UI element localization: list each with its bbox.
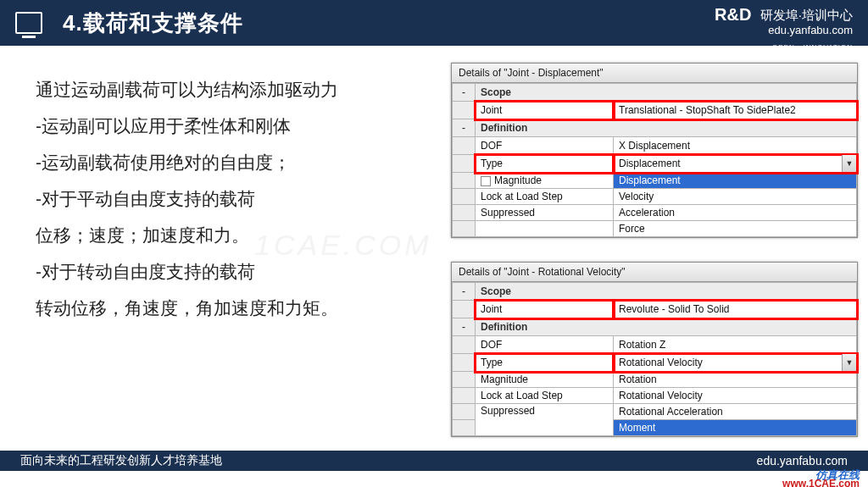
joint-label: Joint xyxy=(476,301,614,318)
footer-bar: 面向未来的工程研发创新人才培养基地 edu.yanfabu.com xyxy=(0,451,868,471)
lock-label: Lock at Load Step xyxy=(476,388,614,404)
header-bar: 4.载荷和支撑条件 R&D 研发埠·培训中心 edu.yanfabu.com O… xyxy=(0,0,868,46)
watermark-strip: 仿真在线 www.1CAE.com xyxy=(0,471,868,487)
dropdown-option[interactable]: Rotation xyxy=(614,372,857,388)
dropdown-option[interactable]: Force xyxy=(614,221,857,237)
paragraph: -对于平动自由度支持的载荷 xyxy=(36,180,434,217)
suppressed-label: Suppressed xyxy=(476,205,614,221)
magnitude-label: Magnitude xyxy=(476,173,614,189)
joint-value[interactable]: Translational - StopShaft To SidePlate2 xyxy=(614,102,857,119)
lock-label: Lock at Load Step xyxy=(476,189,614,205)
paragraph: -对于转动自由度支持的载荷 xyxy=(36,253,434,290)
slide-title: 4.载荷和支撑条件 xyxy=(63,8,243,38)
joint-label: Joint xyxy=(476,102,614,119)
details-panel-displacement: Details of "Joint - Displacement" - Scop… xyxy=(451,63,858,238)
footer-left: 面向未来的工程研发创新人才培养基地 xyxy=(20,453,222,468)
details-panel-rotational: Details of "Joint - Rotational Velocity"… xyxy=(451,262,858,437)
dropdown-option-selected[interactable]: Displacement xyxy=(614,173,857,189)
dropdown-option-selected[interactable]: Moment xyxy=(614,420,857,436)
property-table: - Scope Joint Revolute - Solid To Solid … xyxy=(452,282,857,436)
type-value: Displacement xyxy=(619,158,681,169)
tree-toggle-icon[interactable]: - xyxy=(453,318,476,336)
monitor-icon xyxy=(15,12,42,34)
dropdown-option[interactable]: Velocity xyxy=(614,189,857,205)
property-table: - Scope Joint Translational - StopShaft … xyxy=(452,83,857,237)
paragraph: -运动副可以应用于柔性体和刚体 xyxy=(36,108,434,144)
section-definition: Definition xyxy=(476,119,857,137)
dropdown-option[interactable]: Rotational Acceleration xyxy=(614,404,857,420)
dof-value[interactable]: Rotation Z xyxy=(614,336,857,354)
brand-url: edu.yanfabu.com xyxy=(715,25,853,37)
type-label: Type xyxy=(476,155,614,173)
tree-toggle-icon[interactable]: - xyxy=(453,84,476,102)
paragraph: -运动副载荷使用绝对的自由度； xyxy=(36,144,434,180)
brand-block: R&D 研发埠·培训中心 edu.yanfabu.com OPEN · INNO… xyxy=(715,5,853,53)
brand-logo-text: R&D xyxy=(715,5,751,25)
type-combobox[interactable]: Rotational Velocity ▼ xyxy=(614,354,857,372)
type-combobox[interactable]: Displacement ▼ xyxy=(614,155,857,173)
watermark-red: www.1CAE.com xyxy=(782,478,860,487)
paragraph: 位移；速度；加速度和力。 xyxy=(36,217,434,253)
magnitude-label: Magnitude xyxy=(476,372,614,388)
tree-toggle-icon[interactable]: - xyxy=(453,283,476,301)
brand-tiny: OPEN · INNOVATION xyxy=(772,43,853,51)
panels-column: Details of "Joint - Displacement" - Scop… xyxy=(442,46,868,451)
type-value: Rotational Velocity xyxy=(619,357,703,368)
tree-toggle-icon[interactable]: - xyxy=(453,119,476,137)
dropdown-option[interactable]: Rotational Velocity xyxy=(614,388,857,404)
suppressed-label: Suppressed xyxy=(476,404,614,436)
main-area: 通过运动副载荷可以为结构添加驱动力 -运动副可以应用于柔性体和刚体 -运动副载荷… xyxy=(0,46,868,451)
brand-cn: 研发埠·培训中心 xyxy=(760,8,853,22)
chevron-down-icon[interactable]: ▼ xyxy=(842,155,856,172)
checkbox-icon[interactable] xyxy=(481,176,491,186)
chevron-down-icon[interactable]: ▼ xyxy=(842,354,856,371)
dof-value[interactable]: X Displacement xyxy=(614,137,857,155)
footer-right: edu.yanfabu.com xyxy=(757,454,848,468)
section-scope: Scope xyxy=(476,84,857,102)
paragraph: 转动位移，角速度，角加速度和力矩。 xyxy=(36,290,434,326)
dof-label: DOF xyxy=(476,336,614,354)
text-column: 通过运动副载荷可以为结构添加驱动力 -运动副可以应用于柔性体和刚体 -运动副载荷… xyxy=(0,46,442,451)
panel-title: Details of "Joint - Displacement" xyxy=(452,64,857,83)
paragraph: 通过运动副载荷可以为结构添加驱动力 xyxy=(36,71,434,108)
dof-label: DOF xyxy=(476,137,614,155)
section-definition: Definition xyxy=(476,318,857,336)
type-label: Type xyxy=(476,354,614,372)
dropdown-option[interactable]: Acceleration xyxy=(614,205,857,221)
joint-value[interactable]: Revolute - Solid To Solid xyxy=(614,301,857,318)
panel-title: Details of "Joint - Rotational Velocity" xyxy=(452,263,857,282)
section-scope: Scope xyxy=(476,283,857,301)
